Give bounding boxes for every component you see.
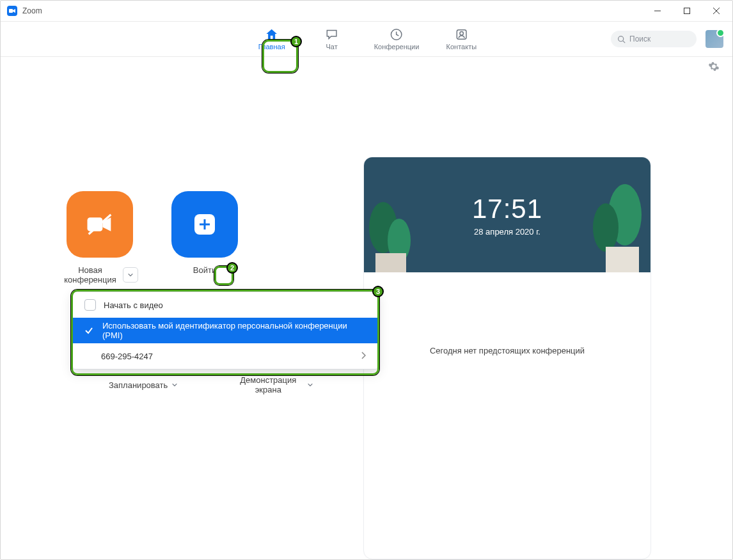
plant-decor-icon bbox=[364, 189, 428, 272]
checkbox-unchecked-icon bbox=[84, 299, 96, 311]
sub-toolbar bbox=[1, 57, 732, 76]
svg-rect-17 bbox=[375, 253, 406, 272]
join-button[interactable] bbox=[171, 191, 238, 258]
option-use-pmi[interactable]: Использовать мой идентификатор персональ… bbox=[73, 318, 377, 343]
tab-chat[interactable]: Чат bbox=[314, 22, 350, 56]
meetings-card: 17:51 28 апреля 2020 г. Сегодня нет пред… bbox=[363, 157, 651, 559]
tile-label: Демонстрация экрана bbox=[233, 375, 303, 394]
tile-label: Запланировать bbox=[109, 380, 168, 390]
svg-line-9 bbox=[623, 40, 625, 42]
plant-decor-icon bbox=[580, 176, 650, 272]
tile-label: Войти bbox=[193, 265, 216, 275]
video-off-icon bbox=[83, 208, 116, 241]
chat-icon bbox=[325, 27, 339, 42]
svg-rect-2 bbox=[684, 8, 690, 14]
checkmark-icon bbox=[84, 326, 93, 335]
search-input[interactable]: Поиск bbox=[611, 31, 697, 47]
clock-icon bbox=[390, 27, 404, 42]
no-meetings-text: Сегодня нет предстоящих конференций bbox=[430, 346, 585, 355]
plus-icon bbox=[191, 210, 219, 238]
tab-home[interactable]: Главная bbox=[254, 22, 290, 56]
chevron-right-icon bbox=[361, 352, 366, 361]
search-icon bbox=[617, 35, 626, 43]
tab-label: Конференции bbox=[374, 43, 420, 51]
tile-share-screen[interactable]: Демонстрация экрана bbox=[233, 375, 313, 394]
tile-new-meeting: Новая конференция bbox=[52, 191, 148, 284]
zoom-logo-icon bbox=[7, 6, 17, 16]
annotation-badge: 2 bbox=[226, 262, 238, 274]
home-icon bbox=[265, 27, 279, 42]
new-meeting-dropdown: Начать с видео Использовать мой идентифи… bbox=[72, 292, 378, 369]
tab-label: Главная bbox=[258, 43, 285, 51]
top-nav: Главная Чат Конференции Контакты Поиск bbox=[1, 21, 732, 57]
pmi-number: 669-295-4247 bbox=[101, 352, 153, 361]
new-meeting-dropdown-button[interactable] bbox=[123, 267, 138, 283]
tile-schedule[interactable]: Запланировать bbox=[109, 375, 178, 394]
card-body: Сегодня нет предстоящих конференций bbox=[364, 272, 650, 428]
titlebar: Zoom bbox=[1, 1, 732, 21]
svg-rect-20 bbox=[606, 247, 639, 272]
svg-rect-0 bbox=[9, 9, 13, 13]
chevron-down-icon bbox=[127, 272, 134, 278]
tab-label: Чат bbox=[326, 43, 338, 51]
maximize-button[interactable] bbox=[672, 1, 702, 21]
user-avatar[interactable] bbox=[705, 30, 723, 48]
window-title: Zoom bbox=[22, 6, 42, 15]
nav-tabs: Главная Чат Конференции Контакты bbox=[254, 22, 480, 56]
card-header: 17:51 28 апреля 2020 г. bbox=[364, 157, 650, 272]
svg-point-8 bbox=[619, 36, 624, 41]
chevron-down-icon bbox=[171, 382, 178, 388]
tile-label: Новая конференция bbox=[61, 265, 119, 284]
svg-point-7 bbox=[460, 31, 464, 35]
option-label: Начать с видео bbox=[104, 300, 163, 310]
tab-conferences[interactable]: Конференции bbox=[374, 22, 420, 56]
option-start-with-video[interactable]: Начать с видео bbox=[73, 292, 377, 318]
chevron-down-icon bbox=[307, 382, 313, 388]
window-controls bbox=[643, 1, 731, 21]
annotation-badge: 1 bbox=[290, 36, 302, 47]
annotation-badge: 3 bbox=[372, 286, 384, 297]
tile-join: Войти bbox=[157, 191, 253, 284]
minimize-button[interactable] bbox=[643, 1, 672, 21]
tab-label: Контакты bbox=[446, 43, 477, 51]
contacts-icon bbox=[454, 27, 468, 42]
search-placeholder: Поиск bbox=[629, 35, 650, 43]
new-meeting-button[interactable] bbox=[67, 191, 133, 258]
current-date: 28 апреля 2020 г. bbox=[474, 227, 540, 237]
app-window: Zoom Главная Чат Конференции Контакты bbox=[0, 0, 733, 560]
option-pmi-number[interactable]: 669-295-4247 bbox=[73, 343, 377, 369]
close-button[interactable] bbox=[702, 1, 731, 21]
settings-icon[interactable] bbox=[708, 61, 720, 72]
current-time: 17:51 bbox=[472, 194, 542, 224]
svg-point-19 bbox=[593, 203, 619, 252]
tab-contacts[interactable]: Контакты bbox=[443, 22, 479, 56]
option-label: Использовать мой идентификатор персональ… bbox=[102, 321, 366, 340]
